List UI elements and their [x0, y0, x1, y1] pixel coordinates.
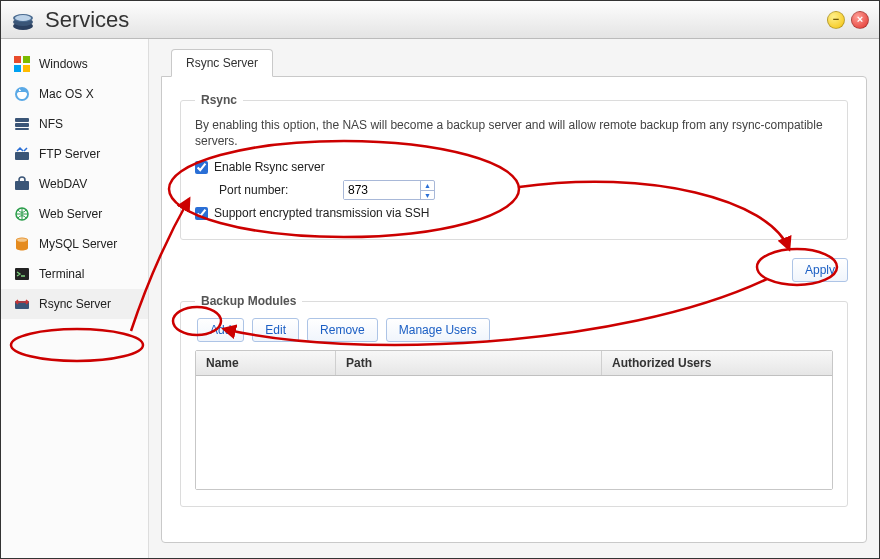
sidebar-item-terminal[interactable]: Terminal [1, 259, 148, 289]
sidebar-item-webdav[interactable]: WebDAV [1, 169, 148, 199]
sidebar-item-nfs[interactable]: NFS [1, 109, 148, 139]
sidebar-item-label: NFS [39, 117, 63, 131]
sidebar-item-mac[interactable]: Mac OS X [1, 79, 148, 109]
table-body [196, 376, 832, 489]
ftp-icon [13, 145, 31, 163]
svg-rect-4 [14, 56, 21, 63]
rsync-group: Rsync By enabling this option, the NAS w… [180, 93, 848, 240]
windows-icon [13, 55, 31, 73]
enable-rsync-checkbox[interactable] [195, 161, 208, 174]
port-input[interactable] [344, 181, 420, 199]
backup-modules-legend: Backup Modules [195, 294, 302, 308]
enable-rsync-row: Enable Rsync server [195, 157, 833, 177]
nfs-icon [13, 115, 31, 133]
svg-rect-9 [15, 118, 29, 122]
mac-icon [13, 85, 31, 103]
svg-rect-12 [15, 152, 29, 160]
port-spinner: ▲ ▼ [343, 180, 435, 200]
rsync-icon [13, 295, 31, 313]
panel: Rsync By enabling this option, the NAS w… [161, 76, 867, 543]
port-row: Port number: ▲ ▼ [195, 177, 833, 203]
svg-point-17 [17, 238, 27, 242]
apply-button[interactable]: Apply [792, 258, 848, 282]
svg-rect-10 [15, 123, 29, 127]
sidebar-item-label: MySQL Server [39, 237, 117, 251]
add-button[interactable]: Add [197, 318, 244, 342]
terminal-icon [13, 265, 31, 283]
port-step-down[interactable]: ▼ [421, 191, 434, 200]
window-title: Services [45, 7, 129, 33]
port-step-up[interactable]: ▲ [421, 181, 434, 191]
modules-toolbar: Add Edit Remove Manage Users [197, 318, 833, 342]
modules-table: Name Path Authorized Users [195, 350, 833, 490]
content: Rsync Server Rsync By enabling this opti… [149, 39, 879, 558]
col-name[interactable]: Name [196, 351, 336, 375]
sidebar-item-rsync[interactable]: Rsync Server [1, 289, 148, 319]
ssh-row: Support encrypted transmission via SSH [195, 203, 833, 223]
rsync-description: By enabling this option, the NAS will be… [195, 117, 833, 149]
sidebar-item-label: FTP Server [39, 147, 100, 161]
sidebar-item-label: Windows [39, 57, 88, 71]
web-icon [13, 205, 31, 223]
svg-rect-18 [15, 268, 29, 280]
services-app-icon [11, 8, 35, 32]
svg-rect-11 [15, 128, 29, 130]
window-controls: − × [827, 11, 869, 29]
svg-point-3 [15, 15, 31, 21]
svg-rect-6 [14, 65, 21, 72]
sidebar-item-mysql[interactable]: MySQL Server [1, 229, 148, 259]
port-label: Port number: [219, 183, 337, 197]
sidebar-item-label: Terminal [39, 267, 84, 281]
ssh-label: Support encrypted transmission via SSH [214, 206, 429, 220]
apply-row: Apply [180, 258, 848, 282]
edit-button[interactable]: Edit [252, 318, 299, 342]
manage-users-button[interactable]: Manage Users [386, 318, 490, 342]
backup-modules-group: Backup Modules Add Edit Remove Manage Us… [180, 294, 848, 507]
webdav-icon [13, 175, 31, 193]
sidebar-item-web-server[interactable]: Web Server [1, 199, 148, 229]
minimize-button[interactable]: − [827, 11, 845, 29]
table-header: Name Path Authorized Users [196, 351, 832, 376]
svg-rect-5 [23, 56, 30, 63]
sidebar-item-label: Web Server [39, 207, 102, 221]
sidebar-item-label: Rsync Server [39, 297, 111, 311]
tab-rsync-server[interactable]: Rsync Server [171, 49, 273, 77]
titlebar: Services − × [1, 1, 879, 39]
close-button[interactable]: × [851, 11, 869, 29]
sidebar: Windows Mac OS X NFS FTP Server WebDAV [1, 39, 149, 558]
sidebar-item-windows[interactable]: Windows [1, 49, 148, 79]
enable-rsync-label: Enable Rsync server [214, 160, 325, 174]
sidebar-item-label: WebDAV [39, 177, 87, 191]
sidebar-item-ftp[interactable]: FTP Server [1, 139, 148, 169]
svg-rect-7 [23, 65, 30, 72]
rsync-legend: Rsync [195, 93, 243, 107]
remove-button[interactable]: Remove [307, 318, 378, 342]
mysql-icon [13, 235, 31, 253]
col-authorized-users[interactable]: Authorized Users [602, 351, 832, 375]
ssh-checkbox[interactable] [195, 207, 208, 220]
sidebar-item-label: Mac OS X [39, 87, 94, 101]
tabstrip: Rsync Server [171, 49, 867, 77]
col-path[interactable]: Path [336, 351, 602, 375]
